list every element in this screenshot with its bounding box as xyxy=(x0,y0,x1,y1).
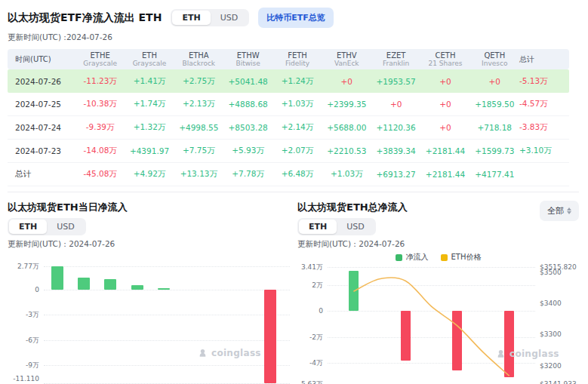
updown-arrows-icon xyxy=(567,207,571,214)
column-header: 时间(UTC) xyxy=(8,55,75,64)
flow-value: +2399.35 xyxy=(322,100,371,109)
row-date: 2024-07-23 xyxy=(8,146,75,155)
flow-value: +4177.41 xyxy=(470,170,519,179)
etf-issuer: VanEck xyxy=(322,60,371,67)
netflow-bar[interactable] xyxy=(104,279,116,290)
watermark-text: coinglass xyxy=(509,349,559,359)
flow-value: +0 xyxy=(322,77,371,86)
flow-value: +13.13万 xyxy=(174,169,223,180)
total-netflow-card: 以太坊现货ETH总净流入 ETH USD 更新时间(UTC) : 2024-07… xyxy=(290,201,579,384)
flow-value: +4998.55 xyxy=(174,123,223,132)
flow-value: -10.38万 xyxy=(75,99,125,109)
y-axis-label: -3万 xyxy=(8,310,39,320)
flow-value: +0 xyxy=(420,100,469,109)
page-title: 以太坊现货ETF净流入流出 ETH xyxy=(8,11,162,25)
flow-value: +2.14万 xyxy=(272,122,322,133)
table-row[interactable]: 2024-07-24-9.39万+1.32万+4998.55+8503.28+2… xyxy=(8,116,569,140)
range-filter-dropdown[interactable]: 全部 xyxy=(540,201,579,221)
etf-ticker: ETHE xyxy=(75,51,125,60)
etf-ticker: CETH xyxy=(420,51,469,60)
flow-value: +2.13万 xyxy=(174,99,223,109)
flow-value: +1.24万 xyxy=(272,76,322,87)
flow-value: +5688.00 xyxy=(322,123,371,132)
toggle-usd[interactable]: USD xyxy=(47,220,85,234)
netflow-bar[interactable] xyxy=(51,266,63,290)
flow-value: +2181.44 xyxy=(420,146,469,155)
daily-chart-update-time: 更新时间(UTC) : 2024-07-26 xyxy=(8,239,290,250)
table-row[interactable]: 2024-07-25-10.38万+1.74万+2.13万+4888.68+1.… xyxy=(8,93,569,116)
row-date: 2024-07-24 xyxy=(8,123,75,132)
column-header: QETHInvesco xyxy=(470,51,519,68)
flow-value: +4888.68 xyxy=(223,100,272,109)
flow-value: +3839.34 xyxy=(371,146,420,155)
toggle-eth[interactable]: ETH xyxy=(172,11,210,25)
etf-issuer: Grayscale xyxy=(125,60,174,67)
flow-value: +7.75万 xyxy=(174,146,223,156)
table-row[interactable]: 2024-07-23-14.08万+4391.97+7.75万+5.93万+2.… xyxy=(8,140,569,163)
flow-value: +1599.73 xyxy=(470,146,519,155)
netflow-bar[interactable] xyxy=(158,288,170,290)
legend-eth-price[interactable]: ETH价格 xyxy=(441,252,482,263)
flow-value: +6.48万 xyxy=(272,169,322,180)
etf-issuer: Blackrock xyxy=(174,60,223,67)
flow-value: -9.39万 xyxy=(75,122,125,133)
y-axis-label: -9万 xyxy=(8,361,39,370)
netflow-swatch xyxy=(396,254,402,261)
table-row[interactable]: 总计-45.08万+4.92万+13.13万+7.78万+6.48万+1.03万… xyxy=(8,163,569,186)
etf-ticker: ETH xyxy=(125,51,174,60)
eth-price-line xyxy=(297,267,579,384)
flow-value: +1.03万 xyxy=(322,169,371,180)
flow-value: +0 xyxy=(371,100,420,109)
flow-value: +5.93万 xyxy=(223,146,272,156)
row-date: 总计 xyxy=(8,169,75,180)
flow-value: +0 xyxy=(420,123,469,132)
table-body: 2024-07-26-11.23万+1.41万+2.75万+5041.48+1.… xyxy=(8,69,569,186)
flow-value: +1120.36 xyxy=(371,123,420,132)
flow-value: +6913.27 xyxy=(371,170,420,179)
flow-value: +5041.48 xyxy=(223,77,272,86)
toggle-usd[interactable]: USD xyxy=(337,220,374,234)
toggle-eth[interactable]: ETH xyxy=(9,220,47,234)
total-currency-toggle: ETH USD xyxy=(297,218,376,235)
y-axis-label: -11.110万 xyxy=(8,375,39,384)
btc-etf-overview-button[interactable]: 比特币ETF总览 xyxy=(258,8,334,28)
netflow-bar[interactable] xyxy=(78,278,90,290)
flow-value: +0 xyxy=(470,77,519,86)
flow-value: +2.75万 xyxy=(174,76,223,87)
flow-value: +1859.50 xyxy=(470,100,519,109)
etf-issuer: Invesco xyxy=(470,60,519,67)
currency-toggle: ETH USD xyxy=(171,9,249,26)
etf-flow-table: 时间(UTC)ETHEGrayscaleETHGrayscaleETHABlac… xyxy=(8,49,569,186)
update-time: 更新时间(UTC) :2024-07-26 xyxy=(8,32,579,43)
gridline xyxy=(44,340,290,341)
column-header: EZETFranklin xyxy=(371,51,420,68)
toggle-usd[interactable]: USD xyxy=(211,11,248,25)
daily-netflow-card: 以太坊现货ETH当日净流入 ETH USD 更新时间(UTC) : 2024-0… xyxy=(8,201,290,384)
etf-issuer: Bitwise xyxy=(223,60,272,67)
flow-value: +1.32万 xyxy=(125,122,174,133)
flow-value: +1.03万 xyxy=(272,99,322,109)
daily-chart-title: 以太坊现货ETH当日净流入 xyxy=(8,201,290,214)
watermark-text: coinglass xyxy=(211,348,261,358)
daily-netflow-chart: 2.77万0-3万-6万-9万-11.110万ETHAETHFETHETHWEZ… xyxy=(8,266,290,384)
column-header: ETHWBitwise xyxy=(223,51,272,68)
etf-ticker: FETH xyxy=(272,51,322,60)
total-chart-title: 以太坊现货ETH总净流入 xyxy=(297,201,408,214)
table-row[interactable]: 2024-07-26-11.23万+1.41万+2.75万+5041.48+1.… xyxy=(8,69,569,93)
flow-value: -5.13万 xyxy=(519,76,569,87)
netflow-bar[interactable] xyxy=(264,290,276,383)
flow-value: +1953.57 xyxy=(371,77,420,86)
etf-issuer: Franklin xyxy=(371,60,420,67)
daily-currency-toggle: ETH USD xyxy=(8,218,86,235)
etf-ticker: QETH xyxy=(470,51,519,60)
column-header: ETHEGrayscale xyxy=(75,51,125,68)
row-date: 2024-07-26 xyxy=(8,77,75,86)
row-date: 2024-07-25 xyxy=(8,100,75,109)
flow-value: +8503.28 xyxy=(223,123,272,132)
legend-netflow[interactable]: 净流入 xyxy=(396,252,429,263)
netflow-bar[interactable] xyxy=(131,285,143,290)
toggle-eth[interactable]: ETH xyxy=(299,220,337,234)
range-filter-label: 全部 xyxy=(547,205,564,217)
etf-ticker: ETHA xyxy=(174,51,223,60)
column-header: CETH21 Shares xyxy=(420,51,469,68)
